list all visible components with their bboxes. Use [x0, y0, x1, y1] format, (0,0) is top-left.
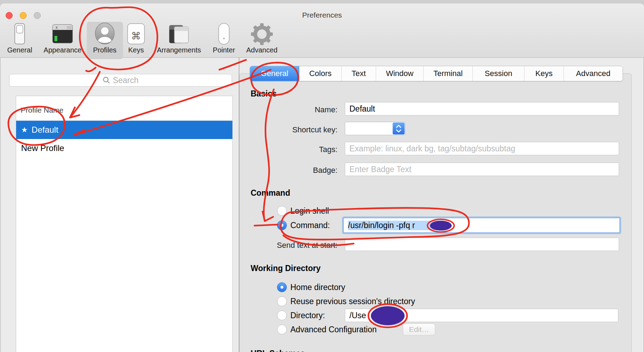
toolbar-item-label: Arrangements — [157, 46, 201, 54]
advanced-configuration-label: Advanced Configuration — [290, 325, 377, 334]
toolbar-item-label: Advanced — [246, 46, 278, 54]
shortcut-key-label: Shortcut key: — [246, 125, 337, 134]
tab-general[interactable]: General — [250, 66, 299, 81]
radio-reuse-previous-directory[interactable] — [277, 296, 287, 306]
toolbar: Preferences General x Appe — [0, 4, 644, 58]
login-shell-label: Login shell — [290, 206, 329, 216]
tags-field[interactable]: Example: linux, dark bg, tag/subtag/subs… — [345, 142, 619, 155]
toolbar-item-arrangements[interactable]: Arrangements — [151, 22, 207, 54]
radio-directory[interactable] — [277, 310, 287, 320]
badge-label: Badge: — [246, 166, 337, 175]
list-separator — [16, 120, 232, 120]
command-value: /usr/bin/login -pfq r — [348, 221, 415, 230]
profile-row-new-profile[interactable]: New Profile — [16, 139, 232, 157]
name-field[interactable]: Default — [345, 102, 619, 115]
toolbar-item-appearance[interactable]: x Appearance — [40, 22, 85, 54]
toolbar-item-label: Appearance — [44, 46, 82, 54]
tags-label: Tags: — [246, 145, 337, 154]
svg-text:x: x — [56, 25, 58, 30]
star-icon: ★ — [21, 126, 28, 134]
edit-button[interactable]: Edit… — [403, 323, 435, 335]
mouse-icon — [213, 22, 235, 45]
working-directory-heading: Working Directory — [251, 264, 321, 273]
search-placeholder: Search — [113, 76, 139, 85]
profile-name: Default — [32, 125, 58, 135]
gear-icon — [251, 22, 273, 45]
search-input[interactable]: Search — [9, 74, 232, 87]
chevron-up-down-icon — [393, 122, 405, 134]
radio-home-directory[interactable] — [277, 282, 287, 292]
toolbar-item-pointer[interactable]: Pointer — [206, 22, 242, 54]
svg-text:⌘: ⌘ — [131, 30, 141, 42]
toolbar-item-label: Pointer — [213, 46, 235, 54]
tab-colors[interactable]: Colors — [299, 66, 341, 81]
profile-tabs: General Colors Text Window Terminal Sess… — [250, 66, 623, 81]
badge-field[interactable]: Enter Badge Text — [345, 163, 619, 176]
search-icon — [103, 76, 110, 84]
send-text-label: Send text at start: — [225, 241, 337, 250]
tab-text[interactable]: Text — [341, 66, 376, 81]
redacted-text-gap — [415, 225, 441, 226]
tab-advanced[interactable]: Advanced — [564, 66, 623, 81]
directory-value: /Use — [349, 311, 366, 320]
reuse-previous-directory-label: Reuse previous session's directory — [290, 296, 415, 306]
profile-list-header: Profile Name — [21, 106, 63, 114]
toolbar-item-keys[interactable]: ⌘ Keys — [120, 22, 152, 54]
radio-login-shell[interactable] — [277, 206, 287, 216]
tab-terminal[interactable]: Terminal — [423, 66, 472, 81]
windows-icon — [168, 22, 190, 45]
screenshot-root: Preferences General x Appe — [0, 0, 644, 352]
dark-window-icon: x — [51, 22, 74, 45]
command-field[interactable]: /usr/bin/login -pfq rr — [343, 218, 620, 233]
name-value: Default — [349, 104, 375, 114]
name-label: Name: — [246, 105, 337, 114]
tags-placeholder: Example: linux, dark bg, tag/subtag/subs… — [349, 144, 515, 153]
profile-name: New Profile — [21, 143, 64, 153]
url-schemes-heading: URL Schemes — [251, 349, 305, 352]
toolbar-item-general[interactable]: General — [4, 22, 36, 54]
command-label: Command: — [290, 220, 330, 230]
shortcut-key-select[interactable] — [345, 122, 405, 135]
window-title: Preferences — [0, 11, 644, 19]
toolbar-item-profiles[interactable]: Profiles — [87, 22, 122, 54]
command-keycap-icon: ⌘ — [125, 22, 147, 45]
command-value-suffix: r — [441, 221, 444, 230]
home-directory-label: Home directory — [290, 282, 345, 292]
radio-advanced-configuration[interactable] — [277, 325, 287, 334]
command-heading: Command — [251, 188, 290, 198]
send-text-field[interactable] — [345, 238, 619, 251]
switch-icon — [8, 22, 31, 45]
directory-label: Directory: — [290, 310, 325, 320]
toolbar-item-label: General — [7, 46, 32, 54]
profile-list: Profile Name ★ Default New Profile — [16, 96, 233, 352]
tab-window[interactable]: Window — [376, 66, 423, 81]
toolbar-item-label: Profiles — [93, 46, 117, 54]
basics-heading: Basics — [251, 89, 277, 99]
toolbar-item-advanced[interactable]: Advanced — [243, 22, 281, 54]
badge-placeholder: Enter Badge Text — [349, 165, 411, 174]
person-icon — [94, 22, 116, 45]
toolbar-item-label: Keys — [128, 46, 144, 54]
tab-session[interactable]: Session — [472, 66, 524, 81]
radio-command[interactable] — [277, 220, 287, 230]
tab-keys[interactable]: Keys — [524, 66, 564, 81]
directory-field[interactable]: /Use — [345, 309, 618, 322]
profile-row-default[interactable]: ★ Default — [16, 121, 232, 139]
